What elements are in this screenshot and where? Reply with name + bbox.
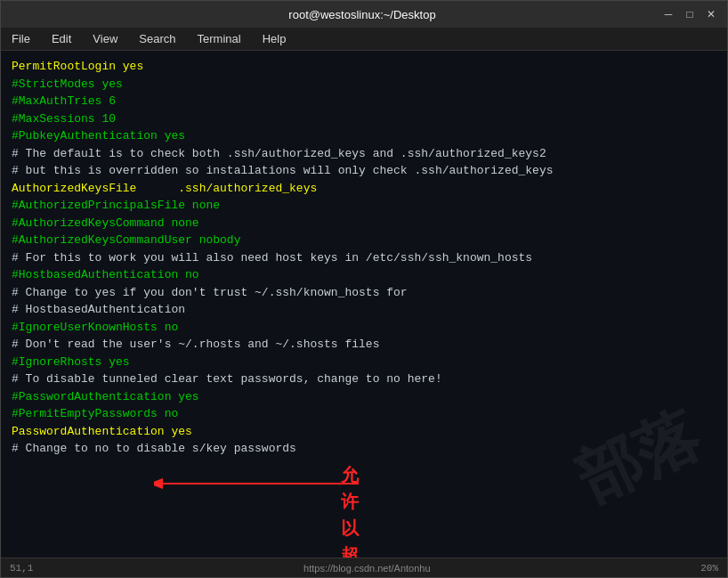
terminal-line: #PermitEmptyPasswords no (12, 405, 716, 423)
terminal-line: #PubkeyAuthentication yes (12, 127, 716, 145)
menu-terminal[interactable]: Terminal (194, 30, 245, 47)
window-controls: ─ □ ✕ (661, 7, 718, 21)
terminal-line: #MaxSessions 10 (12, 110, 716, 128)
terminal-line: AuthorizedKeysFile .ssh/authorized_keys (12, 180, 716, 198)
terminal-line: #AuthorizedKeysCommand none (12, 215, 716, 232)
status-bar: 51,1 https://blog.csdn.net/Antonhu 20% (1, 558, 727, 577)
annotation-1-text: 允许以超级用户的身份登陆 (341, 461, 359, 558)
close-button[interactable]: ✕ (704, 7, 718, 21)
cursor-position: 51,1 (10, 563, 33, 574)
terminal-line: #AuthorizedPrincipalsFile none (12, 197, 716, 215)
arrow-1-svg (154, 470, 368, 524)
terminal-line: # Don't read the user's ~/.rhosts and ~/… (12, 336, 716, 354)
menu-help[interactable]: Help (259, 30, 290, 47)
terminal-line: #StrictModes yes (12, 76, 716, 94)
terminal-line: #MaxAuthTries 6 (12, 93, 716, 110)
terminal-line: # HostbasedAuthentication (12, 301, 716, 319)
terminal-line: # Change to no to disable s/key password… (12, 440, 716, 458)
terminal-line: #IgnoreRhosts yes (12, 354, 716, 371)
window-title: root@westoslinux:~/Desktop (63, 8, 661, 21)
scroll-percent: 20% (700, 563, 718, 574)
maximize-button[interactable]: □ (683, 7, 697, 21)
minimize-button[interactable]: ─ (661, 7, 675, 21)
terminal-line: #HostbasedAuthentication no (12, 266, 716, 284)
title-bar: root@westoslinux:~/Desktop ─ □ ✕ (1, 1, 727, 28)
terminal-line: #PasswordAuthentication yes (12, 388, 716, 406)
terminal-line: #IgnoreUserKnownHosts no (12, 319, 716, 337)
terminal-line: # The default is to check both .ssh/auth… (12, 145, 716, 163)
terminal-line: # To disable tunneled clear text passwor… (12, 370, 716, 388)
terminal-line: PermitRootLogin yes (12, 58, 716, 76)
menu-edit[interactable]: Edit (48, 30, 75, 47)
menu-bar: File Edit View Search Terminal Help (1, 28, 727, 51)
terminal-line: # Change to yes if you don't trust ~/.ss… (12, 284, 716, 302)
menu-view[interactable]: View (89, 30, 121, 47)
terminal-line: # but this is overridden so installation… (12, 162, 716, 180)
terminal-content[interactable]: PermitRootLogin yes#StrictModes yes#MaxA… (1, 51, 727, 558)
terminal-window: root@westoslinux:~/Desktop ─ □ ✕ File Ed… (0, 0, 728, 578)
terminal-line: # For this to work you will also need ho… (12, 249, 716, 267)
terminal-line: #AuthorizedKeysCommandUser nobody (12, 232, 716, 249)
url-watermark: https://blog.csdn.net/Antonhu (303, 563, 431, 574)
menu-file[interactable]: File (8, 30, 34, 47)
terminal-line: PasswordAuthentication yes (12, 423, 716, 441)
terminal-lines: PermitRootLogin yes#StrictModes yes#MaxA… (12, 58, 716, 458)
menu-search[interactable]: Search (135, 30, 179, 47)
